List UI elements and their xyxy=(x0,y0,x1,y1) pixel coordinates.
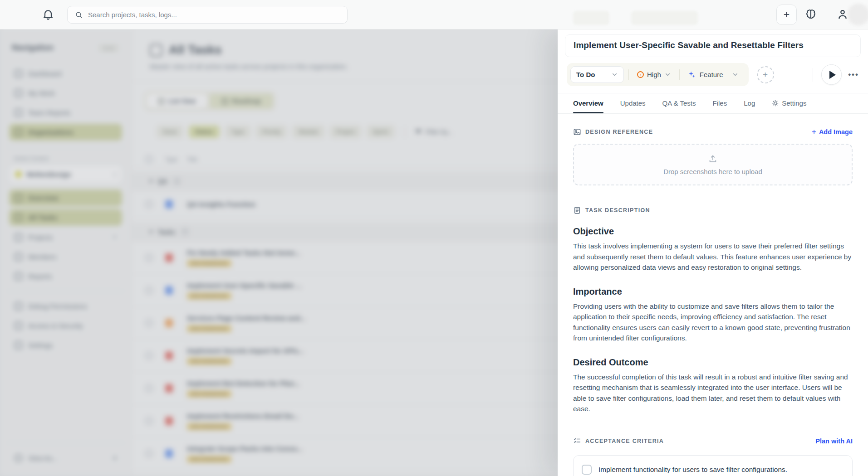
add-image-button[interactable]: + Add Image xyxy=(812,127,853,136)
section-heading: Importance xyxy=(573,287,853,297)
play-icon xyxy=(829,71,836,79)
chevron-down-icon xyxy=(732,71,739,78)
section-body: This task involves implementing a system… xyxy=(573,241,853,273)
tab-settings[interactable]: Settings xyxy=(772,99,806,113)
tab-label: QA & Tests xyxy=(662,99,696,107)
criteria-text: Implement functionality for users to sav… xyxy=(598,466,787,474)
more-options-button[interactable]: ••• xyxy=(848,70,859,79)
tab-label: Updates xyxy=(620,99,646,107)
upload-icon xyxy=(708,154,718,164)
dropzone-text: Drop screenshots here to upload xyxy=(663,168,762,175)
upload-dropzone[interactable]: Drop screenshots here to upload xyxy=(573,144,853,185)
ai-brain-icon[interactable] xyxy=(804,8,817,21)
task-title-field[interactable]: Implement User-Specific Savable and Rese… xyxy=(565,34,861,57)
tab-label: Files xyxy=(713,99,727,107)
top-bar: + xyxy=(0,0,868,29)
breadcrumb-skeleton xyxy=(631,11,698,25)
chevron-down-icon xyxy=(664,71,671,78)
priority-dropdown[interactable]: ↑ High xyxy=(633,71,675,78)
gear-icon xyxy=(772,100,779,107)
plus-icon: + xyxy=(812,127,816,136)
global-search[interactable] xyxy=(67,6,348,24)
priority-high-icon: ↑ xyxy=(637,71,644,78)
plan-with-ai-button[interactable]: Plan with AI xyxy=(815,437,853,445)
acceptance-criteria-section: ACCEPTANCE CRITERIA Plan with AI xyxy=(573,437,853,445)
divider xyxy=(768,6,768,23)
task-detail-panel: Implement User-Specific Savable and Rese… xyxy=(558,29,868,476)
chevron-down-icon xyxy=(611,71,618,78)
divider xyxy=(813,68,813,82)
section-body: Providing users with the ability to cust… xyxy=(573,301,853,344)
design-reference-section: DESIGN REFERENCE + Add Image xyxy=(573,127,853,136)
breadcrumb-skeleton xyxy=(573,11,609,25)
section-heading: Objective xyxy=(573,226,853,237)
section-heading: Desired Outcome xyxy=(573,357,853,368)
divider xyxy=(628,69,629,80)
panel-tabs: OverviewUpdatesQA & TestsFilesLogSetting… xyxy=(558,93,868,113)
tab-overview[interactable]: Overview xyxy=(573,99,603,113)
divider xyxy=(679,69,680,80)
search-icon xyxy=(75,11,83,19)
profile-icon[interactable] xyxy=(836,8,849,21)
image-icon xyxy=(573,128,581,136)
feature-sparkle-icon xyxy=(688,71,696,78)
section-body: The successful completion of this task w… xyxy=(573,372,853,414)
criteria-checkbox[interactable] xyxy=(582,465,592,475)
task-title: Implement User-Specific Savable and Rese… xyxy=(574,40,852,50)
status-dropdown[interactable]: To Do xyxy=(570,66,624,83)
start-task-button[interactable] xyxy=(821,64,842,85)
search-input[interactable] xyxy=(88,11,340,19)
tab-updates[interactable]: Updates xyxy=(620,99,646,113)
avatar[interactable] xyxy=(848,4,868,25)
tab-log[interactable]: Log xyxy=(744,99,755,113)
tab-label: Settings xyxy=(782,99,806,107)
criteria-item[interactable]: Implement functionality for users to sav… xyxy=(573,455,853,476)
document-icon xyxy=(573,206,581,214)
tab-files[interactable]: Files xyxy=(713,99,727,113)
task-description-section: TASK DESCRIPTION xyxy=(573,206,853,214)
tab-label: Overview xyxy=(573,99,603,107)
type-dropdown[interactable]: Feature xyxy=(684,71,745,78)
checklist-icon xyxy=(573,437,581,445)
add-label-button[interactable]: + xyxy=(757,66,774,83)
tab-label: Log xyxy=(744,99,755,107)
create-button[interactable]: + xyxy=(776,5,797,25)
task-meta-group: To Do ↑ High Feature xyxy=(567,63,749,86)
notifications-bell-icon[interactable] xyxy=(42,8,54,21)
tab-qa-tests[interactable]: QA & Tests xyxy=(662,99,696,113)
